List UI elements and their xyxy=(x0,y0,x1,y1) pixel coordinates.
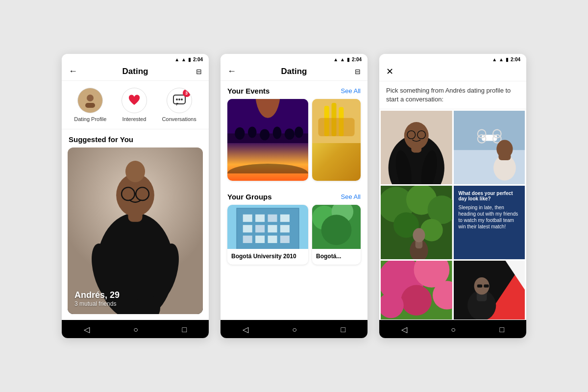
home-nav-1[interactable]: ○ xyxy=(133,325,138,334)
back-button-1[interactable]: ← xyxy=(69,66,80,76)
svg-rect-46 xyxy=(268,236,277,243)
home-nav-3[interactable]: ○ xyxy=(451,325,456,334)
event-card-2[interactable]: Bogotá lake p... Tuesd... 🔒 30... xyxy=(312,99,361,181)
status-bar-2: ▲ ▲ ▮ 2:04 xyxy=(220,54,368,63)
nav-title-1: Dating xyxy=(80,67,190,76)
svg-rect-32 xyxy=(318,118,354,136)
home-nav-2[interactable]: ○ xyxy=(292,325,297,334)
svg-point-23 xyxy=(248,126,257,138)
interested-action[interactable]: Interested xyxy=(122,88,147,122)
group-title-2: Bogotá... xyxy=(316,253,357,260)
group-body-2: Bogotá... xyxy=(312,249,361,265)
svg-rect-1 xyxy=(85,103,95,108)
svg-rect-47 xyxy=(280,236,290,243)
person-photo xyxy=(68,147,203,314)
event-img-food xyxy=(312,99,361,181)
group-card-1[interactable]: Bogotá University 2010 xyxy=(227,205,308,265)
top-nav-1: ← Dating ⊟ xyxy=(62,63,209,81)
phones-container: ▲ ▲ ▮ 2:04 ← Dating ⊟ Dating Profile xyxy=(62,54,526,338)
square-nav-2[interactable]: □ xyxy=(341,325,346,334)
svg-rect-39 xyxy=(280,215,290,222)
status-time-3: 2:04 xyxy=(511,57,520,62)
svg-point-27 xyxy=(294,126,303,138)
filter-button-1[interactable]: ⊟ xyxy=(190,68,202,75)
group-body-1: Bogotá University 2010 xyxy=(227,249,308,265)
svg-point-0 xyxy=(87,95,94,101)
events-header: Your Events See All xyxy=(227,81,361,99)
svg-rect-43 xyxy=(280,225,290,232)
groups-header: Your Groups See All xyxy=(227,187,361,205)
groups-title: Your Groups xyxy=(227,193,272,201)
back-nav-3[interactable]: ◁ xyxy=(401,325,407,334)
svg-point-22 xyxy=(235,127,245,140)
suggested-title: Suggested for You xyxy=(62,129,209,147)
status-bar-3: ▲ ▲ ▮ 2:04 xyxy=(379,54,526,63)
conversation-header: Pick something from Andrés dating profil… xyxy=(379,81,526,109)
square-nav-1[interactable]: □ xyxy=(182,325,187,334)
conversations-badge: 3 xyxy=(183,89,191,97)
svg-point-83 xyxy=(401,285,432,316)
svg-point-56 xyxy=(404,122,429,149)
phone-2: ▲ ▲ ▮ 2:04 ← Dating ⊟ Your Events See Al… xyxy=(220,54,368,338)
suggested-card[interactable]: Andrés, 29 3 mutual friends xyxy=(68,147,203,314)
card-mutual: 3 mutual friends xyxy=(74,300,120,307)
status-time-1: 2:04 xyxy=(193,57,203,62)
wifi-icon: ▲ xyxy=(174,57,179,62)
status-time-2: 2:04 xyxy=(352,57,362,62)
group-img-2 xyxy=(312,205,361,249)
see-all-groups[interactable]: See All xyxy=(341,193,361,200)
svg-rect-42 xyxy=(268,225,277,232)
svg-rect-92 xyxy=(477,285,482,288)
svg-point-4 xyxy=(178,98,180,100)
group-card-2[interactable]: Bogotá... xyxy=(312,205,361,265)
back-nav-2[interactable]: ◁ xyxy=(243,325,248,334)
question-answer: Sleeping in late, then heading out with … xyxy=(459,204,520,230)
top-nav-2: ← Dating ⊟ xyxy=(220,63,368,81)
svg-rect-37 xyxy=(255,215,265,222)
interested-label: Interested xyxy=(122,116,146,122)
photo-cell-question[interactable]: What does your perfect day look like? Sl… xyxy=(454,186,525,259)
events-section: Your Events See All xyxy=(220,81,368,320)
photo-cell-4[interactable] xyxy=(381,261,452,319)
photo-cell-1[interactable] xyxy=(381,111,452,184)
battery-icon: ▮ xyxy=(188,57,191,62)
conversations-icon: 3 xyxy=(167,88,192,113)
svg-point-70 xyxy=(496,140,513,158)
photo-cell-5[interactable] xyxy=(454,261,525,319)
svg-rect-45 xyxy=(255,236,265,243)
photo-grid: What does your perfect day look like? Sl… xyxy=(379,109,526,320)
see-all-events[interactable]: See All xyxy=(341,87,361,95)
battery-icon-2: ▮ xyxy=(347,57,350,62)
status-bar-1: ▲ ▲ ▮ 2:04 xyxy=(62,54,209,63)
svg-point-26 xyxy=(285,128,294,140)
photo-cell-3[interactable] xyxy=(381,186,452,259)
phone-3: ▲ ▲ ▮ 2:04 ✕ Pick something from Andrés … xyxy=(379,54,526,338)
event-card-1[interactable]: Bogotá Music Festival Saturday, Sep 20 🔒… xyxy=(227,99,308,181)
wifi-icon-3: ▲ xyxy=(492,57,497,62)
card-name: Andrés, 29 xyxy=(74,290,120,300)
square-nav-3[interactable]: □ xyxy=(500,325,505,334)
back-button-2[interactable]: ← xyxy=(227,66,239,76)
conversations-label: Conversations xyxy=(162,116,196,122)
bottom-nav-1: ◁ ○ □ xyxy=(62,320,209,338)
bottom-nav-2: ◁ ○ □ xyxy=(220,320,368,338)
back-nav-1[interactable]: ◁ xyxy=(84,325,90,334)
svg-rect-44 xyxy=(243,236,252,243)
svg-point-79 xyxy=(413,228,425,243)
events-row: Bogotá Music Festival Saturday, Sep 20 🔒… xyxy=(227,99,361,181)
nav-title-2: Dating xyxy=(239,67,349,76)
bottom-nav-3: ◁ ○ □ xyxy=(379,320,526,338)
dating-profile-action[interactable]: Dating Profile xyxy=(74,88,106,122)
signal-icon-3: ▲ xyxy=(499,57,504,62)
signal-icon-2: ▲ xyxy=(340,57,345,62)
filter-button-2[interactable]: ⊟ xyxy=(349,68,361,75)
close-button-3[interactable]: ✕ xyxy=(386,66,400,77)
svg-rect-38 xyxy=(268,215,277,222)
battery-icon-3: ▮ xyxy=(506,57,509,62)
conversations-action[interactable]: 3 Conversations xyxy=(162,88,196,122)
card-info: Andrés, 29 3 mutual friends xyxy=(74,290,120,307)
photo-cell-2[interactable] xyxy=(454,111,525,184)
svg-point-3 xyxy=(176,98,178,100)
events-title: Your Events xyxy=(227,87,270,95)
svg-rect-36 xyxy=(243,215,252,222)
